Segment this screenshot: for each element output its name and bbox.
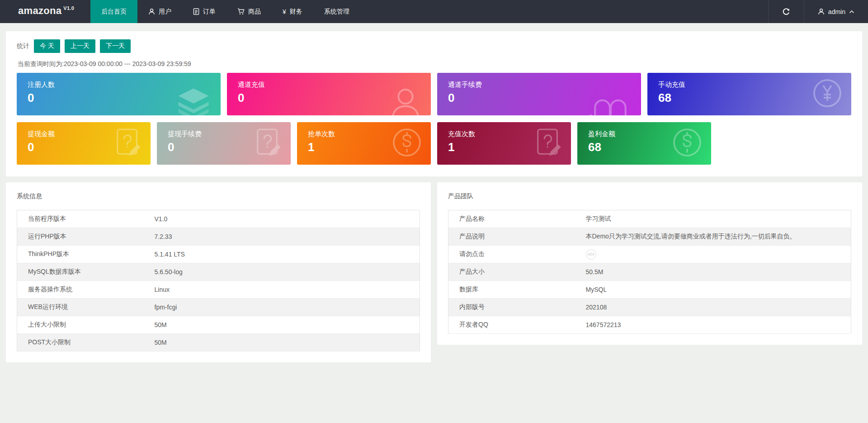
row-value: MySQL <box>575 281 851 299</box>
user-name: admin <box>828 8 845 15</box>
caret-up-icon <box>849 10 854 14</box>
stat-card-label: 通道手续费 <box>448 81 641 89</box>
prev-day-button[interactable]: 上一天 <box>65 39 95 53</box>
stats-header: 统计 今 天 上一天 下一天 <box>17 39 855 53</box>
main-menu: 后台首页 用户 订单 <box>90 0 360 23</box>
user-icon <box>148 8 155 15</box>
table-row: POST大小限制 50M <box>17 334 420 352</box>
stat-card-value: 0 <box>448 91 641 105</box>
nav-item-finance[interactable]: ¥ 财务 <box>272 0 313 23</box>
row-value: 404 <box>575 246 851 263</box>
row-label: 上传大小限制 <box>17 316 144 334</box>
row-label: POST大小限制 <box>17 334 144 352</box>
stat-card-label: 抢单次数 <box>308 130 431 138</box>
order-icon <box>193 8 199 15</box>
404-badge[interactable]: 404 <box>586 249 596 260</box>
stat-card-value: 1 <box>448 140 571 154</box>
refresh-icon <box>782 8 790 16</box>
stat-card-manual-recharge: 手动充值 68 <box>647 73 851 115</box>
table-row: 产品说明 本Demo只为学习测试交流,请勿要做商业或者用于违法行为,一切后果自负… <box>448 228 851 246</box>
table-row: MySQL数据库版本 5.6.50-log <box>17 263 420 281</box>
nav-item-label: 商品 <box>248 8 261 16</box>
table-row: WEB运行环境 fpm-fcgi <box>17 299 420 316</box>
row-label: 请勿点击 <box>448 246 575 263</box>
stat-card-label: 手动充值 <box>658 81 851 89</box>
stat-cards-row-2: 提现金额 0 提现手续费 0 <box>17 122 851 165</box>
brand-name: amazona <box>18 5 61 17</box>
row-value: fpm-fcgi <box>144 299 420 316</box>
stat-card-withdraw-fee: 提现手续费 0 <box>157 122 291 165</box>
stat-card-label: 注册人数 <box>28 81 221 89</box>
user-dropdown[interactable]: admin <box>804 0 868 23</box>
system-info-panel: 系统信息 当前程序版本 V1.0 运行PHP版本 7.2.33 ThinkPHP… <box>6 182 431 362</box>
row-value: 本Demo只为学习测试交流,请勿要做商业或者用于违法行为,一切后果自负。 <box>575 228 851 246</box>
product-team-panel: 产品团队 产品名称 学习测试 产品说明 本Demo只为学习测试交流,请勿要做商业… <box>437 182 862 345</box>
cart-icon <box>237 8 245 15</box>
stat-card-withdraw-amount: 提现金额 0 <box>17 122 151 165</box>
row-value: 202108 <box>575 299 851 316</box>
row-value: 50.5M <box>575 263 851 281</box>
stats-label: 统计 <box>17 42 29 50</box>
today-button[interactable]: 今 天 <box>34 39 60 53</box>
stat-card-channel-recharge: 通道充值 0 <box>227 73 431 115</box>
stat-card-label: 充值次数 <box>448 130 571 138</box>
row-value: V1.0 <box>144 210 420 228</box>
stat-card-value: 0 <box>28 140 151 154</box>
nav-item-label: 用户 <box>159 8 171 16</box>
stat-card-label: 通道充值 <box>238 81 431 89</box>
top-navbar: amazona V1.0 后台首页 用户 订单 <box>0 0 868 23</box>
nav-item-dashboard[interactable]: 后台首页 <box>90 0 137 23</box>
row-label: 产品大小 <box>448 263 575 281</box>
nav-item-label: 系统管理 <box>324 8 349 16</box>
row-label: 运行PHP版本 <box>17 228 144 246</box>
table-row: 内部版号 202108 <box>448 299 851 316</box>
table-row: 数据库 MySQL <box>448 281 851 299</box>
row-value: 学习测试 <box>575 210 851 228</box>
nav-item-goods[interactable]: 商品 <box>226 0 272 23</box>
stat-card-value: 0 <box>28 91 221 105</box>
stat-card-label: 提现金额 <box>28 130 151 138</box>
stat-card-value: 1 <box>308 140 431 154</box>
query-time-text: 当前查询时间为:2023-03-09 00:00:00 --- 2023-03-… <box>18 60 855 68</box>
stats-panel: 统计 今 天 上一天 下一天 当前查询时间为:2023-03-09 00:00:… <box>6 31 862 176</box>
table-row: 上传大小限制 50M <box>17 316 420 334</box>
bottom-panels: 系统信息 当前程序版本 V1.0 运行PHP版本 7.2.33 ThinkPHP… <box>6 182 862 362</box>
row-label: 开发者QQ <box>448 316 575 334</box>
row-value: 1467572213 <box>575 316 851 334</box>
nav-item-orders[interactable]: 订单 <box>182 0 226 23</box>
row-label: 服务器操作系统 <box>17 281 144 299</box>
nav-item-system[interactable]: 系统管理 <box>313 0 360 23</box>
yen-icon: ¥ <box>283 9 286 15</box>
stat-card-value: 68 <box>588 140 711 154</box>
row-label: MySQL数据库版本 <box>17 263 144 281</box>
product-team-table: 产品名称 学习测试 产品说明 本Demo只为学习测试交流,请勿要做商业或者用于违… <box>448 210 851 334</box>
brand-logo[interactable]: amazona V1.0 <box>0 0 90 23</box>
user-icon <box>818 8 825 15</box>
nav-item-users[interactable]: 用户 <box>137 0 182 23</box>
next-day-button[interactable]: 下一天 <box>100 39 131 53</box>
stat-card-recharge-count: 充值次数 1 <box>437 122 571 165</box>
table-row: 运行PHP版本 7.2.33 <box>17 228 420 246</box>
stat-card-value: 68 <box>658 91 851 105</box>
stat-card-value: 0 <box>168 140 291 154</box>
row-value: 5.1.41 LTS <box>144 246 420 263</box>
row-label: 当前程序版本 <box>17 210 144 228</box>
table-row: 开发者QQ 1467572213 <box>448 316 851 334</box>
stat-card-label: 盈利金额 <box>588 130 711 138</box>
stat-card-channel-fee: 通道手续费 0 <box>437 73 641 115</box>
table-row: 请勿点击 404 <box>448 246 851 263</box>
table-row: 服务器操作系统 Linux <box>17 281 420 299</box>
navbar-right: admin <box>768 0 868 23</box>
nav-item-label: 后台首页 <box>101 8 127 16</box>
stat-card-profit-amount: 盈利金额 68 <box>577 122 711 165</box>
brand-version: V1.0 <box>63 5 74 11</box>
table-row: 产品名称 学习测试 <box>448 210 851 228</box>
stat-card-label: 提现手续费 <box>168 130 291 138</box>
refresh-button[interactable] <box>768 0 804 23</box>
nav-item-label: 财务 <box>290 8 302 16</box>
system-info-title: 系统信息 <box>17 192 420 200</box>
row-value: 5.6.50-log <box>144 263 420 281</box>
row-label: WEB运行环境 <box>17 299 144 316</box>
row-label: 产品名称 <box>448 210 575 228</box>
row-label: 产品说明 <box>448 228 575 246</box>
